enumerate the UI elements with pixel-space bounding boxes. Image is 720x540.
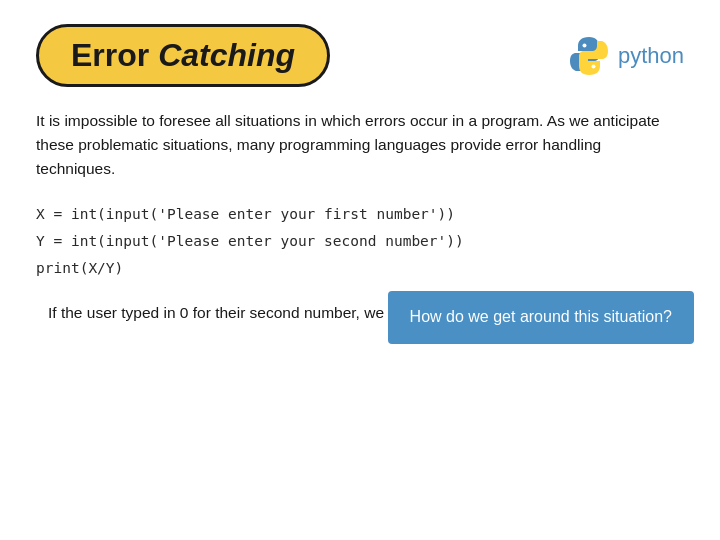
python-snake-icon [568,35,610,77]
code-line-3: print(X/Y) [36,255,684,282]
slide: Error Catching python It is impossible t… [0,0,720,540]
header: Error Catching python [36,24,684,87]
code-block: X = int(input('Please enter your first n… [36,201,684,281]
svg-point-0 [582,43,586,47]
bottom-section: If the user typed in 0 for their second … [48,301,684,325]
intro-paragraph: It is impossible to foresee all situatio… [36,109,684,181]
python-logo: python [568,35,684,77]
error-word: Error [71,37,149,73]
title-text: Error Catching [71,37,295,73]
code-line-2: Y = int(input('Please enter your second … [36,228,684,255]
code-line-1: X = int(input('Please enter your first n… [36,201,684,228]
catching-word: Catching [158,37,295,73]
python-label: python [618,43,684,69]
title-pill: Error Catching [36,24,330,87]
svg-point-1 [591,64,595,68]
callout-box: How do we get around this situation? [388,291,694,344]
